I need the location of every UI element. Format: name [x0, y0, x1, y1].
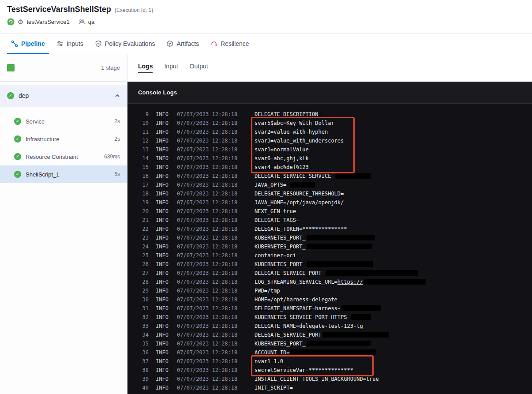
tab-output[interactable]: Output: [190, 63, 208, 73]
log-message: DELEGATE_TOKEN=**************: [255, 225, 347, 233]
log-line-number: 14: [135, 154, 149, 163]
log-level: INFO: [156, 172, 173, 180]
log-message: JAVA_OPTS=-: [255, 180, 315, 189]
console-header: Console Logs: [127, 82, 532, 104]
log-line: 12INFO07/07/2023 12:28:18svar3=value_wit…: [127, 136, 532, 145]
log-level: INFO: [156, 163, 173, 172]
redacted-text: [364, 279, 426, 285]
log-timestamp: 07/07/2023 12:28:18: [177, 251, 247, 260]
log-line: 16INFO07/07/2023 12:28:18DELEGATE_SERVIC…: [127, 172, 532, 180]
step-infrastructure[interactable]: Infrastructure 2s: [0, 130, 127, 148]
log-line: 39INFO07/07/2023 12:28:18INSTALL_CLIENT_…: [127, 375, 532, 383]
log-link[interactable]: https://: [337, 279, 363, 285]
log-timestamp: 07/07/2023 12:28:18: [177, 119, 247, 128]
log-line: 31INFO07/07/2023 12:28:18DELEGATE_NAMESP…: [127, 304, 532, 313]
log-line: 11INFO07/07/2023 12:28:18svar2=value-wit…: [127, 128, 532, 136]
stage-count: 1 stage: [101, 64, 120, 71]
step-service[interactable]: Service 2s: [0, 113, 127, 130]
log-message: DELEGATE_RESOURCE_THRESHOLD=: [255, 189, 344, 198]
log-message: KUBERNETES_PORT_: [255, 233, 375, 242]
tab-resilience[interactable]: Resilience: [206, 34, 253, 54]
log-message: PWD=/tmp: [255, 286, 280, 295]
log-level: INFO: [156, 330, 173, 339]
policy-icon: [95, 40, 102, 47]
log-line-number: 11: [135, 128, 149, 136]
log-line: 33INFO07/07/2023 12:28:18DELEGATE_NAME=d…: [127, 322, 532, 330]
log-message: KUBERNETES_PORT=: [255, 260, 373, 269]
log-timestamp: 07/07/2023 12:28:18: [177, 225, 247, 233]
redacted-text: [307, 261, 373, 267]
log-line: 40INFO07/07/2023 12:28:18INIT_SCRIPT=: [127, 383, 532, 392]
log-timestamp: 07/07/2023 12:28:18: [177, 322, 247, 330]
log-line-number: 9: [135, 110, 149, 119]
tab-logs[interactable]: Logs: [138, 63, 153, 73]
log-line: 23INFO07/07/2023 12:28:18KUBERNETES_PORT…: [127, 233, 532, 242]
log-line-number: 25: [135, 251, 149, 260]
service-status-icon: [7, 18, 15, 26]
tab-inputs[interactable]: Inputs: [52, 34, 87, 54]
log-line: 22INFO07/07/2023 12:28:18DELEGATE_TOKEN=…: [127, 225, 532, 233]
stage-summary: 1 stage: [0, 54, 127, 82]
redacted-text: [341, 305, 381, 311]
tab-pipeline[interactable]: Pipeline: [7, 34, 49, 54]
log-timestamp: 07/07/2023 12:28:18: [177, 348, 247, 357]
tab-policy-evaluations[interactable]: Policy Evaluations: [91, 34, 159, 54]
log-line-number: 18: [135, 189, 149, 198]
log-timestamp: 07/07/2023 12:28:18: [177, 260, 247, 269]
log-line: 26INFO07/07/2023 12:28:18KUBERNETES_PORT…: [127, 260, 532, 269]
log-message: INSTALL_CLIENT_TOOLS_IN_BACKGROUND=true: [255, 375, 379, 383]
log-level: INFO: [156, 119, 173, 128]
chevron-up-icon[interactable]: [115, 93, 120, 98]
log-line: 15INFO07/07/2023 12:28:18svar4=abc%def%1…: [127, 163, 532, 172]
log-level: INFO: [156, 348, 173, 357]
step-name: Infrastructure: [26, 136, 60, 143]
log-line-number: 34: [135, 330, 149, 339]
log-line-number: 24: [135, 242, 149, 251]
service-name[interactable]: testVarsService1: [26, 19, 69, 25]
log-message: DELEGATE_SERVICE_SERVICE_: [255, 172, 371, 180]
execution-id: (Execution Id: 1): [115, 7, 153, 13]
stage-status-square[interactable]: [7, 64, 15, 71]
log-message: NEXT_GEN=true: [255, 207, 296, 216]
step-shellscript-1[interactable]: ShellScript_1 5s: [0, 165, 127, 183]
log-timestamp: 07/07/2023 12:28:18: [177, 375, 247, 383]
log-timestamp: 07/07/2023 12:28:18: [177, 154, 247, 163]
log-timestamp: 07/07/2023 12:28:18: [177, 295, 247, 304]
log-message: svar6=abc,ghj,klk: [255, 154, 309, 163]
log-line-number: 39: [135, 375, 149, 383]
pipeline-icon: [11, 40, 18, 47]
log-line-number: 10: [135, 119, 149, 128]
environment-name[interactable]: qa: [88, 19, 94, 25]
log-timestamp: 07/07/2023 12:28:18: [177, 216, 247, 225]
log-line: 19INFO07/07/2023 12:28:18JAVA_HOME=/opt/…: [127, 198, 532, 207]
redacted-text: [335, 173, 371, 179]
log-level: INFO: [156, 225, 173, 233]
success-check-icon: [14, 171, 21, 178]
step-name: Resource Constraint: [26, 154, 78, 160]
stage-group-dep[interactable]: dep: [0, 85, 127, 107]
resilience-icon: [210, 40, 217, 47]
tab-artifacts[interactable]: Artifacts: [162, 34, 203, 54]
log-line-number: 28: [135, 278, 149, 286]
log-timestamp: 07/07/2023 12:28:18: [177, 330, 247, 339]
log-timestamp: 07/07/2023 12:28:18: [177, 269, 247, 278]
execution-sidebar: 1 stage dep Service 2s Infrastructure 2s…: [0, 54, 127, 394]
log-level: INFO: [156, 269, 173, 278]
log-level: INFO: [156, 110, 173, 119]
step-resource-constraint[interactable]: Resource Constraint 639ms: [0, 148, 127, 165]
redacted-text: [307, 341, 371, 346]
log-timestamp: 07/07/2023 12:28:18: [177, 172, 247, 180]
log-message: container=oci: [255, 251, 296, 260]
step-duration: 2s: [114, 118, 120, 124]
console-log-body[interactable]: 9INFO07/07/2023 12:28:18DELEGATE_DESCRIP…: [127, 104, 532, 394]
step-name: Service: [26, 118, 45, 125]
log-timestamp: 07/07/2023 12:28:18: [177, 136, 247, 145]
log-level: INFO: [156, 383, 173, 392]
log-level: INFO: [156, 180, 173, 189]
log-level: INFO: [156, 322, 173, 330]
log-line: 36INFO07/07/2023 12:28:18ACCOUNT_ID=: [127, 348, 532, 357]
tab-input[interactable]: Input: [164, 63, 178, 73]
log-timestamp: 07/07/2023 12:28:18: [177, 233, 247, 242]
log-message: KUBERNETES_SERVICE_PORT_HTTPS=: [255, 313, 371, 322]
log-line: 37INFO07/07/2023 12:28:18nvar1=1.0: [127, 357, 532, 366]
